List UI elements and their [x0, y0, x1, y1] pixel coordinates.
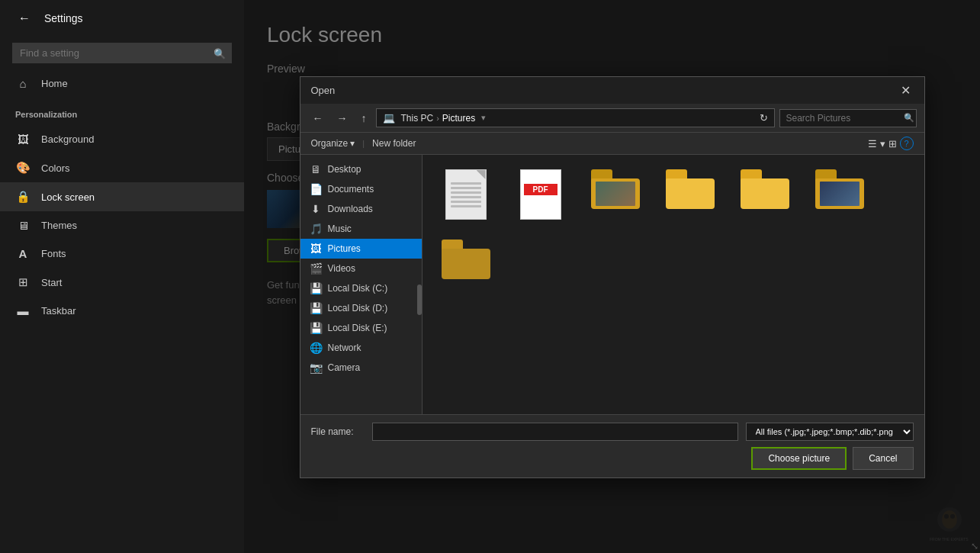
sidebar-item-themes[interactable]: 🖥 Themes	[0, 211, 244, 240]
files-grid: PDF	[432, 164, 915, 288]
pane-item-videos[interactable]: 🎬 Videos	[300, 259, 422, 278]
view-list-button[interactable]: ☰	[868, 138, 877, 150]
sidebar-item-background-label: Background	[41, 133, 94, 145]
pane-item-network[interactable]: 🌐 Network	[300, 338, 422, 358]
search-box: 🔍	[12, 43, 232, 63]
pane-item-downloads[interactable]: ⬇ Downloads	[300, 199, 422, 219]
local-d-icon: 💾	[310, 302, 322, 314]
file-area: PDF	[423, 155, 924, 414]
forward-nav-button[interactable]: →	[333, 111, 352, 126]
local-e-icon: 💾	[310, 322, 322, 334]
dialog-actions-bar: Organize ▾ | New folder ☰ ▾ ⊞ ?	[300, 133, 924, 155]
pane-item-documents[interactable]: 📄 Documents	[300, 179, 422, 199]
pane-item-music[interactable]: 🎵 Music	[300, 219, 422, 239]
main-content: Lock screen Preview 11: Monday Backgroun…	[244, 0, 980, 553]
search-icon: 🔍	[214, 47, 226, 59]
file-item-4[interactable]	[656, 164, 725, 228]
file-item-2[interactable]: PDF	[506, 164, 575, 228]
choose-picture-button[interactable]: Choose picture	[751, 447, 847, 470]
folder-icon-7	[442, 240, 490, 279]
sidebar-item-home[interactable]: ⌂ Home	[0, 69, 244, 98]
filename-input[interactable]	[372, 423, 738, 441]
file-item-6[interactable]	[805, 164, 874, 228]
dialog-search-icon: 🔍	[904, 113, 914, 123]
view-chevron-button[interactable]: ▾	[880, 138, 885, 150]
file-item-1[interactable]	[432, 164, 500, 228]
view-help-button[interactable]: ?	[900, 137, 914, 150]
doc-line	[451, 187, 481, 189]
pane-item-desktop[interactable]: 🖥 Desktop	[300, 159, 422, 179]
home-icon: ⌂	[15, 77, 31, 90]
organize-chevron-icon: ▾	[350, 138, 355, 149]
sidebar-item-lock-screen-label: Lock screen	[41, 191, 95, 203]
sidebar-item-background[interactable]: 🖼 Background	[0, 125, 244, 153]
sidebar-title-label: Settings	[44, 12, 83, 24]
personalization-label: Personalization	[0, 98, 244, 125]
address-bar[interactable]: 💻 This PC › Pictures ▾ ↻	[376, 108, 775, 127]
doc-line	[451, 205, 481, 207]
sidebar: ← Settings 🔍 ⌂ Home Personalization 🖼 Ba…	[0, 0, 244, 553]
doc-line	[451, 191, 481, 194]
view-grid-button[interactable]: ⊞	[888, 138, 897, 150]
folder-body-6	[815, 178, 864, 209]
sidebar-item-start[interactable]: ⊞ Start	[0, 268, 244, 297]
dialog-close-button[interactable]: ✕	[898, 83, 914, 98]
sidebar-item-fonts[interactable]: A Fonts	[0, 240, 244, 268]
pane-item-camera[interactable]: 📷 Camera	[300, 358, 422, 378]
resize-handle[interactable]: ⤡	[971, 541, 978, 551]
folder-body-5	[741, 178, 789, 209]
documents-icon: 📄	[310, 183, 322, 195]
pane-item-documents-label: Documents	[328, 184, 374, 195]
themes-icon: 🖥	[15, 219, 31, 232]
taskbar-icon: ▬	[15, 304, 31, 317]
pane-item-local-d[interactable]: 💾 Local Disk (D:)	[300, 298, 422, 318]
scroll-thumb[interactable]	[417, 285, 422, 315]
pane-item-pictures[interactable]: 🖼 Pictures	[300, 239, 422, 259]
new-folder-button[interactable]: New folder	[372, 138, 416, 149]
doc-lines-1	[451, 182, 481, 210]
sidebar-item-taskbar[interactable]: ▬ Taskbar	[0, 297, 244, 325]
camera-icon: 📷	[310, 362, 322, 374]
pane-item-local-c[interactable]: 💾 Local Disk (C:)	[300, 278, 422, 298]
sidebar-item-themes-label: Themes	[41, 220, 77, 231]
organize-button[interactable]: Organize ▾	[311, 138, 355, 149]
network-icon: 🌐	[310, 342, 322, 354]
folder-body-7	[442, 249, 490, 279]
doc-line	[451, 182, 481, 185]
pane-item-network-label: Network	[328, 342, 361, 353]
doc-icon-1	[445, 169, 487, 220]
dialog-search-box: 🔍	[779, 109, 917, 127]
open-dialog: Open ✕ ← → ↑ 💻 This PC › Pictures ▾ ↻	[300, 76, 925, 478]
cancel-button[interactable]: Cancel	[853, 447, 913, 470]
dialog-body: 🖥 Desktop 📄 Documents ⬇ Downloads 🎵 Musi…	[300, 155, 924, 414]
sidebar-item-colors[interactable]: 🎨 Colors	[0, 153, 244, 182]
folder-photo-3	[596, 182, 635, 206]
view-buttons: ☰ ▾ ⊞ ?	[868, 137, 914, 150]
pane-item-local-d-label: Local Disk (D:)	[328, 303, 388, 313]
search-input[interactable]	[12, 43, 232, 63]
folder-icon-4	[666, 169, 715, 209]
sidebar-item-lock-screen[interactable]: 🔒 Lock screen	[0, 182, 244, 211]
sidebar-item-home-label: Home	[41, 78, 68, 89]
back-nav-button[interactable]: ←	[308, 111, 328, 126]
background-icon: 🖼	[15, 133, 31, 146]
folder-photo-6	[820, 182, 860, 206]
back-button[interactable]: ←	[12, 8, 37, 28]
pane-item-music-label: Music	[328, 223, 352, 234]
file-item-7[interactable]	[432, 234, 500, 288]
file-item-3[interactable]	[581, 164, 650, 228]
refresh-button[interactable]: ↻	[760, 112, 768, 124]
dialog-search-input[interactable]	[786, 113, 901, 124]
file-item-5[interactable]	[731, 164, 799, 228]
pane-item-local-e[interactable]: 💾 Local Disk (E:)	[300, 318, 422, 338]
pane-item-videos-label: Videos	[328, 263, 355, 274]
start-icon: ⊞	[15, 275, 31, 289]
left-pane: 🖥 Desktop 📄 Documents ⬇ Downloads 🎵 Musi…	[300, 155, 423, 414]
pane-item-downloads-label: Downloads	[328, 204, 373, 214]
filetype-select[interactable]: All files (*.jpg;*.jpeg;*.bmp;*.dib;*.pn…	[746, 423, 914, 441]
pdf-badge-2: PDF	[524, 184, 557, 195]
pane-item-pictures-label: Pictures	[328, 243, 361, 254]
up-nav-button[interactable]: ↑	[357, 111, 371, 126]
pane-item-desktop-label: Desktop	[328, 164, 361, 175]
address-dropdown-button[interactable]: ▾	[481, 113, 486, 123]
